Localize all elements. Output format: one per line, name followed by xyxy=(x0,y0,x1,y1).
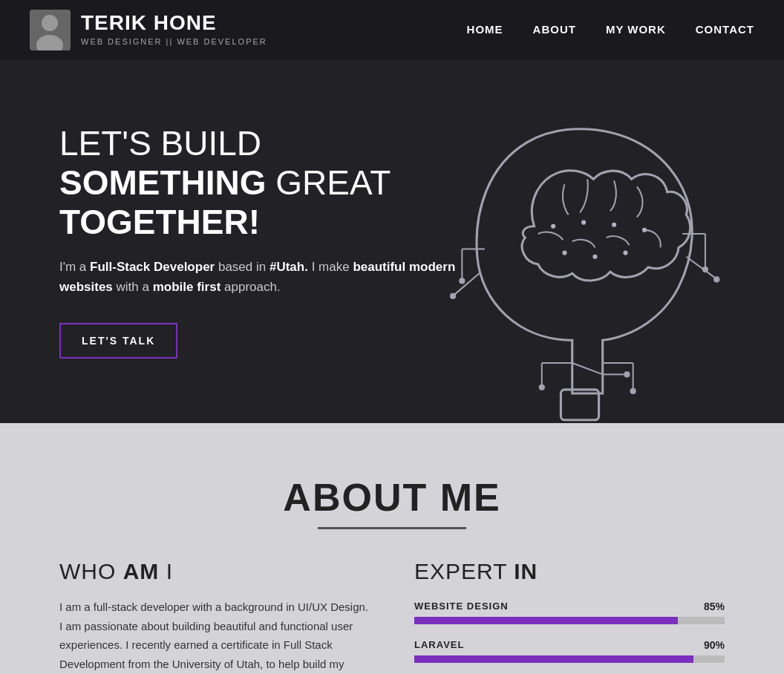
skill-header: WEBSITE DESIGN 85% xyxy=(414,601,725,612)
svg-line-8 xyxy=(572,363,603,374)
logo-text: TERIK HONE WEB DESIGNER || WEB DEVELOPER xyxy=(81,12,267,48)
nav-link-work[interactable]: MY WORK xyxy=(606,23,666,36)
who-title: WHO AM I xyxy=(59,559,370,584)
skills-list: WEBSITE DESIGN 85% LARAVEL 90% REACT 50% xyxy=(414,601,725,674)
hero-desc: I'm a Full-Stack Developer based in #Uta… xyxy=(59,257,475,297)
nav-item-about[interactable]: ABOUT xyxy=(533,23,576,36)
nav-item-contact[interactable]: CONTACT xyxy=(696,23,754,36)
svg-point-31 xyxy=(623,251,627,255)
svg-point-10 xyxy=(624,371,630,377)
logo-area: TERIK HONE WEB DESIGNER || WEB DEVELOPER xyxy=(30,10,267,50)
svg-point-1 xyxy=(42,15,58,31)
svg-point-25 xyxy=(551,224,555,229)
skill-bar-fill xyxy=(414,655,693,663)
svg-point-26 xyxy=(581,220,586,225)
skill-percent: 90% xyxy=(704,639,725,651)
who-text-1: I am a full-stack developer with a backg… xyxy=(59,598,370,674)
expert-title: EXPERT IN xyxy=(414,559,725,584)
nav-item-work[interactable]: MY WORK xyxy=(606,23,666,36)
expert-in: EXPERT IN WEBSITE DESIGN 85% LARAVEL 90%… xyxy=(414,559,725,674)
skill-percent: 85% xyxy=(704,601,725,612)
skill-name: WEBSITE DESIGN xyxy=(414,601,509,612)
hero-content: LET'S BUILD SOMETHING GREATTOGETHER! I'm… xyxy=(59,124,475,358)
about-grid: WHO AM I I am a full-stack developer wit… xyxy=(59,559,725,674)
nav-links: HOME ABOUT MY WORK CONTACT xyxy=(467,23,754,36)
skill-bar-bg xyxy=(414,655,725,663)
about-section: ABOUT ME WHO AM I I am a full-stack deve… xyxy=(0,423,784,674)
hero-title: LET'S BUILD SOMETHING GREATTOGETHER! xyxy=(59,124,475,242)
svg-point-24 xyxy=(713,276,719,282)
brand-name: TERIK HONE xyxy=(81,12,267,35)
nav-link-about[interactable]: ABOUT xyxy=(533,23,576,36)
svg-point-27 xyxy=(612,223,616,227)
skill-item: WEBSITE DESIGN 85% xyxy=(414,601,725,624)
about-heading: ABOUT ME xyxy=(59,475,725,520)
skill-bar-fill xyxy=(414,617,678,624)
svg-point-29 xyxy=(562,251,566,255)
hero-section: LET'S BUILD SOMETHING GREATTOGETHER! I'm… xyxy=(0,59,784,423)
navbar: TERIK HONE WEB DESIGNER || WEB DEVELOPER… xyxy=(0,0,784,59)
who-am-i: WHO AM I I am a full-stack developer wit… xyxy=(59,559,370,674)
nav-link-contact[interactable]: CONTACT xyxy=(696,23,754,36)
skill-item: LARAVEL 90% xyxy=(414,639,725,663)
svg-point-7 xyxy=(539,385,545,390)
skill-name: LARAVEL xyxy=(414,639,464,651)
lets-talk-button[interactable]: LET'S TALK xyxy=(59,323,177,359)
nav-link-home[interactable]: HOME xyxy=(467,23,503,36)
svg-point-30 xyxy=(592,255,597,259)
skill-header: LARAVEL 90% xyxy=(414,639,725,651)
section-title: ABOUT ME xyxy=(59,475,725,529)
svg-point-28 xyxy=(642,228,647,232)
nav-item-home[interactable]: HOME xyxy=(467,23,503,36)
logo-avatar xyxy=(30,10,71,50)
skill-bar-bg xyxy=(414,617,725,624)
svg-line-23 xyxy=(686,257,715,278)
title-underline xyxy=(318,527,466,529)
svg-point-14 xyxy=(630,388,636,394)
brand-sub: WEB DESIGNER || WEB DEVELOPER xyxy=(81,37,267,46)
